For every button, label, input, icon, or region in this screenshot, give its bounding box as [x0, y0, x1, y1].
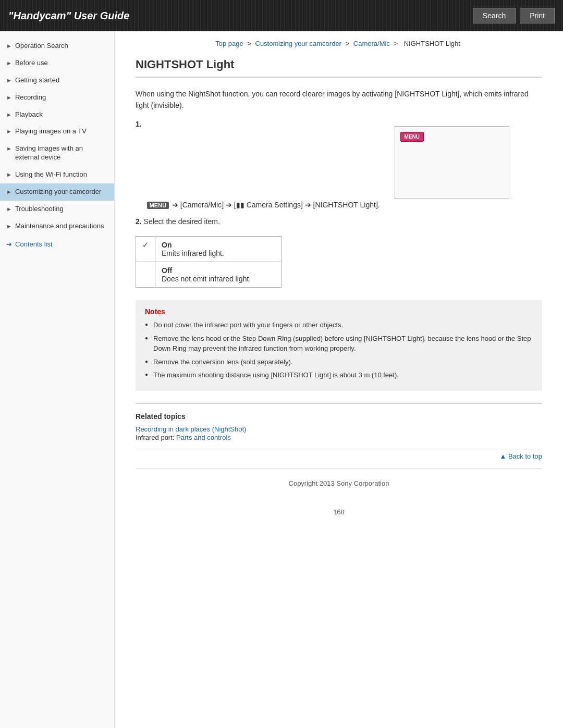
contents-list-label: Contents list [15, 240, 53, 248]
search-button[interactable]: Search [473, 8, 516, 23]
arrow-icon: ► [6, 223, 12, 230]
arrow-icon: ► [6, 205, 12, 213]
sidebar-item-operation-search[interactable]: ► Operation Search [0, 38, 114, 55]
header: "Handycam" User Guide Search Print [0, 0, 563, 31]
table-row: ✓ On Emits infrared light. [136, 237, 282, 262]
arrow-icon: ► [6, 128, 12, 135]
back-to-top-label: Back to top [508, 452, 542, 460]
related-link-2-row: Infrared port: Parts and controls [136, 433, 542, 441]
breadcrumb: Top page > Customizing your camcorder > … [136, 40, 542, 47]
sidebar-item-wifi[interactable]: ► Using the Wi-Fi function [0, 166, 114, 183]
notes-title: Notes [145, 307, 533, 316]
sidebar-item-label: Maintenance and precautions [15, 222, 108, 231]
list-item: Do not cover the infrared port with your… [145, 320, 533, 330]
arrow-icon: ► [6, 188, 12, 195]
checkmark-on: ✓ [136, 237, 155, 262]
infrared-port-text: Infrared port: [136, 434, 176, 441]
breadcrumb-customizing[interactable]: Customizing your camcorder [255, 40, 341, 47]
arrow-right-icon: ➔ [6, 240, 12, 248]
options-table: ✓ On Emits infrared light. Off Does not … [136, 236, 282, 288]
notes-list: Do not cover the infrared port with your… [145, 320, 533, 380]
intro-paragraph: When using the NightShot function, you c… [136, 88, 542, 112]
back-to-top-link[interactable]: ▲ Back to top [499, 452, 542, 460]
page-title: NIGHTSHOT Light [136, 58, 542, 78]
option-off-label: Off [162, 266, 275, 275]
table-row: Off Does not emit infrared light. [136, 262, 282, 288]
sidebar-item-troubleshooting[interactable]: ► Troubleshooting [0, 201, 114, 218]
menu-image: MENU [395, 126, 509, 199]
footer: Copyright 2013 Sony Corporation [136, 468, 542, 498]
arrow-icon: ► [6, 59, 12, 67]
arrow-icon: ► [6, 42, 12, 50]
list-item: Remove the conversion lens (sold separat… [145, 357, 533, 367]
sidebar-item-label: Before use [15, 59, 108, 68]
arrow-icon: ► [6, 111, 12, 118]
back-to-top-row: ▲ Back to top [136, 450, 542, 468]
notes-box: Notes Do not cover the infrared port wit… [136, 300, 542, 391]
sidebar: ► Operation Search ► Before use ► Gettin… [0, 31, 115, 728]
related-link-1-row: Recording in dark places (NightShot) [136, 425, 542, 433]
related-link-1[interactable]: Recording in dark places (NightShot) [136, 425, 246, 433]
step-2-text: Select the desired item. [144, 217, 220, 226]
arrow-icon: ► [6, 145, 12, 152]
list-item: Remove the lens hood or the Step Down Ri… [145, 334, 533, 354]
option-on: On Emits infrared light. [155, 237, 282, 262]
sidebar-item-label: Using the Wi-Fi function [15, 170, 108, 179]
breadcrumb-top[interactable]: Top page [215, 40, 243, 47]
contents-list-link[interactable]: ➔ Contents list [0, 235, 114, 253]
step-1-number: 1. [136, 120, 142, 128]
sidebar-item-label: Recording [15, 93, 108, 102]
related-link-2[interactable]: Parts and controls [176, 434, 231, 441]
breadcrumb-camera-mic[interactable]: Camera/Mic [353, 40, 390, 47]
step-1-text: ➔ [Camera/Mic] ➔ [▮▮ Camera Settings] ➔ … [172, 201, 380, 209]
menu-key: MENU [147, 202, 169, 209]
sidebar-item-saving-images[interactable]: ► Saving images with an external device [0, 140, 114, 166]
sidebar-item-label: Getting started [15, 76, 108, 85]
sidebar-item-label: Operation Search [15, 42, 108, 51]
arrow-icon: ► [6, 94, 12, 101]
option-off: Off Does not emit infrared light. [155, 262, 282, 288]
sidebar-item-label: Playback [15, 110, 108, 119]
option-on-description: Emits infrared light. [162, 249, 275, 257]
sidebar-item-customizing[interactable]: ► Customizing your camcorder [0, 183, 114, 201]
sidebar-item-before-use[interactable]: ► Before use [0, 55, 114, 72]
step-2: 2. Select the desired item. [136, 217, 542, 226]
sidebar-item-label: Troubleshooting [15, 205, 108, 214]
sidebar-item-label: Saving images with an external device [15, 144, 108, 162]
arrow-icon: ► [6, 171, 12, 178]
sidebar-item-maintenance[interactable]: ► Maintenance and precautions [0, 218, 114, 235]
header-buttons: Search Print [473, 8, 555, 23]
option-on-label: On [162, 241, 275, 249]
page-number: 168 [136, 508, 542, 516]
checkmark-off [136, 262, 155, 288]
layout: ► Operation Search ► Before use ► Gettin… [0, 31, 563, 728]
sidebar-item-recording[interactable]: ► Recording [0, 89, 114, 106]
sidebar-item-label: Customizing your camcorder [15, 188, 108, 196]
step-1: 1. MENU ➔ [Camera/Mic] ➔ [▮▮ Camera Sett… [136, 120, 542, 209]
header-title: "Handycam" User Guide [8, 10, 129, 22]
footer-text: Copyright 2013 Sony Corporation [289, 479, 389, 487]
sidebar-item-playback[interactable]: ► Playback [0, 106, 114, 124]
option-off-description: Does not emit infrared light. [162, 275, 275, 283]
breadcrumb-current: NIGHTSHOT Light [404, 40, 460, 47]
print-button[interactable]: Print [520, 8, 555, 23]
step-1-content: MENU ➔ [Camera/Mic] ➔ [▮▮ Camera Setting… [147, 120, 542, 209]
list-item: The maximum shooting distance using [NIG… [145, 370, 533, 380]
sidebar-item-getting-started[interactable]: ► Getting started [0, 72, 114, 89]
step-2-number: 2. [136, 217, 142, 226]
menu-button-mock: MENU [400, 132, 424, 142]
related-topics: Related topics Recording in dark places … [136, 403, 542, 441]
related-topics-title: Related topics [136, 412, 542, 421]
arrow-icon: ► [6, 77, 12, 84]
back-to-top-arrow: ▲ [499, 452, 508, 460]
sidebar-item-label: Playing images on a TV [15, 127, 108, 136]
main-content: Top page > Customizing your camcorder > … [115, 31, 563, 728]
sidebar-item-playing-images[interactable]: ► Playing images on a TV [0, 123, 114, 140]
